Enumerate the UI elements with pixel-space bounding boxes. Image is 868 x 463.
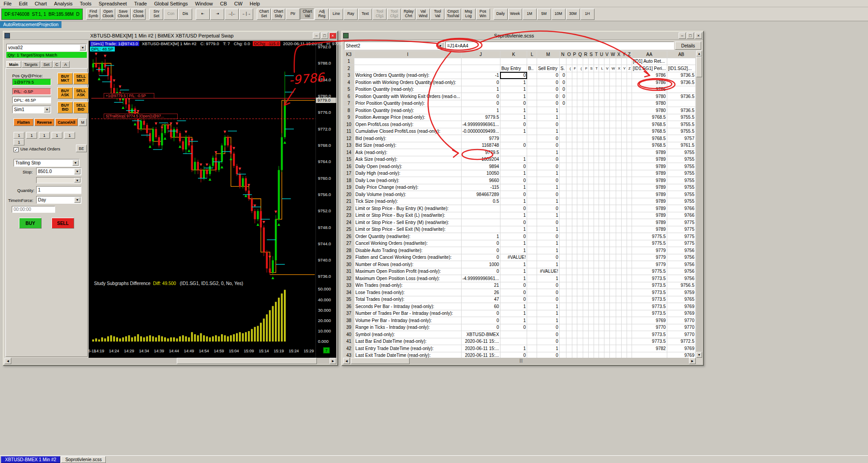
cell[interactable] [527, 156, 537, 163]
cell[interactable] [594, 156, 599, 163]
cell[interactable] [559, 142, 566, 149]
cell[interactable]: XBTUSD-BMEX [461, 331, 500, 338]
cell[interactable]: 9894 [461, 163, 500, 170]
cell[interactable] [604, 212, 610, 219]
cell[interactable] [627, 254, 632, 261]
cell[interactable]: Z [627, 65, 632, 72]
cell[interactable] [572, 72, 577, 79]
cell[interactable]: 0 [537, 352, 560, 358]
cell[interactable]: 9769 [632, 317, 667, 324]
cell[interactable]: 1 [500, 156, 527, 163]
cell[interactable] [589, 233, 594, 240]
cell[interactable] [609, 226, 616, 233]
cell[interactable] [583, 240, 589, 247]
tool-val-button[interactable]: Tool Val [430, 9, 444, 20]
cell[interactable] [572, 331, 577, 338]
chart-window-titlebar[interactable]: XBTUSD-BMEX[M] 1 Min #2 | BitMEX XBT/USD… [4, 32, 337, 40]
cell[interactable] [589, 135, 594, 142]
cell[interactable] [627, 233, 632, 240]
cell[interactable]: 0 [461, 247, 500, 254]
cell[interactable]: Daily High (read-only): [354, 170, 462, 177]
cell[interactable] [599, 142, 604, 149]
daily-button[interactable]: Daily [494, 9, 508, 20]
cell[interactable] [604, 282, 610, 289]
close-cbook-button[interactable]: Close Cbook [131, 9, 146, 20]
cell[interactable] [566, 156, 572, 163]
cell[interactable] [599, 331, 604, 338]
cell[interactable] [594, 310, 599, 317]
column-header-q[interactable]: Q [577, 51, 583, 58]
cell[interactable] [572, 233, 577, 240]
cell[interactable] [559, 191, 566, 198]
cell[interactable] [609, 163, 616, 170]
cell[interactable]: 0 [537, 205, 560, 212]
cell[interactable] [583, 198, 589, 205]
cell[interactable] [609, 338, 616, 345]
cell[interactable] [527, 114, 537, 121]
cell[interactable] [604, 79, 610, 86]
cell[interactable] [599, 226, 604, 233]
cell[interactable] [589, 331, 594, 338]
cell[interactable] [583, 156, 589, 163]
cell[interactable] [622, 289, 627, 296]
cell[interactable]: 9755 [667, 177, 695, 184]
cell[interactable] [609, 296, 616, 303]
cell[interactable]: 9756 [667, 247, 695, 254]
cell[interactable] [577, 79, 583, 86]
scroll-thumb[interactable] [177, 358, 317, 364]
cell[interactable]: 9775.5 [632, 233, 667, 240]
cell[interactable] [566, 58, 572, 65]
cell[interactable] [583, 226, 589, 233]
cell[interactable] [527, 86, 537, 93]
details-button[interactable]: Details [675, 42, 701, 50]
cell[interactable] [527, 226, 537, 233]
cell[interactable] [566, 289, 572, 296]
cell[interactable] [527, 310, 537, 317]
cell[interactable] [609, 212, 616, 219]
cell[interactable]: 9755 [667, 198, 695, 205]
cell[interactable]: 9789 [632, 191, 667, 198]
row-number[interactable]: 35 [344, 296, 354, 303]
cell[interactable] [566, 331, 572, 338]
cell[interactable] [577, 275, 583, 282]
row-number[interactable]: 10 [344, 121, 354, 128]
cell[interactable] [572, 135, 577, 142]
menu-cb[interactable]: CB [217, 0, 231, 7]
cell[interactable] [527, 275, 537, 282]
cell[interactable]: 1 [537, 198, 560, 205]
cell[interactable] [609, 345, 616, 352]
buy-bid-button[interactable]: BUY BID [57, 102, 73, 113]
cell[interactable] [577, 86, 583, 93]
row-number[interactable]: 18 [344, 177, 354, 184]
cell[interactable] [577, 324, 583, 331]
cell[interactable] [566, 170, 572, 177]
row-number[interactable]: 23 [344, 212, 354, 219]
cell[interactable] [559, 184, 566, 191]
cell[interactable]: 9759 [667, 289, 695, 296]
column-header-m[interactable]: M [537, 51, 560, 58]
cell[interactable] [609, 149, 616, 156]
cell[interactable]: 47 [461, 296, 500, 303]
cell[interactable]: 9780 [632, 107, 667, 114]
cell[interactable] [566, 226, 572, 233]
cell[interactable]: Prior Position Quantity (read-only): [354, 100, 462, 107]
cell[interactable] [589, 100, 594, 107]
cell[interactable]: 9770 [632, 324, 667, 331]
cell[interactable] [604, 247, 610, 254]
cell[interactable] [589, 296, 594, 303]
selected-cell-K3[interactable]: 0 [500, 72, 527, 79]
cell[interactable] [622, 310, 627, 317]
cell[interactable] [627, 261, 632, 268]
cell[interactable]: -4.99999996961... [461, 275, 500, 282]
cell[interactable] [604, 268, 610, 275]
cell[interactable]: 9755.5 [667, 128, 695, 135]
cell[interactable]: 9780 [632, 93, 667, 100]
cell[interactable] [559, 268, 566, 275]
cell[interactable] [604, 331, 610, 338]
cell[interactable] [604, 254, 610, 261]
menu-trade[interactable]: Trade [131, 0, 151, 7]
cell[interactable] [583, 212, 589, 219]
column-header-n[interactable]: N [559, 51, 566, 58]
cell[interactable] [594, 331, 599, 338]
cell[interactable]: Lose Trades (read-only): [354, 289, 462, 296]
